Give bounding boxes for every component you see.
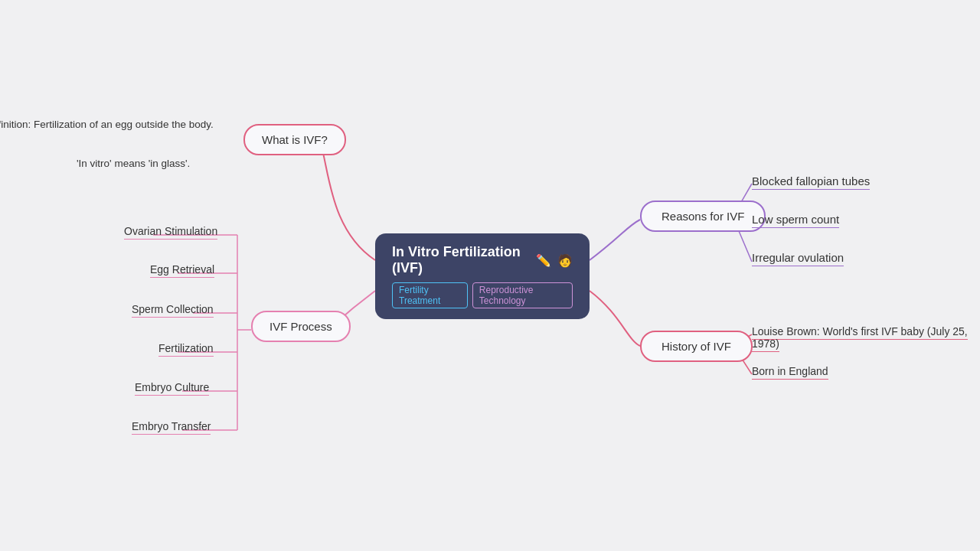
tag-fertility[interactable]: Fertility Treatment [392,282,468,308]
lowsperm-label: Low sperm count [752,213,839,228]
tag-reproductive[interactable]: Reproductive Technology [472,282,573,308]
sperm-collection-item: Sperm Collection [132,303,214,315]
definition-line2: 'In vitro' means 'in glass'. [77,158,190,169]
fertilization-item: Fertilization [158,342,214,354]
embryo-transfer-label: Embryo Transfer [132,420,211,435]
blocked-label: Blocked fallopian tubes [752,174,870,190]
person-icon: 🧑 [557,253,573,268]
ovarian-item: Ovarian Stimulation [124,225,217,237]
irregular-item: Irregular ovulation [752,251,844,264]
lowsperm-item: Low sperm count [752,213,839,226]
embryo-transfer-item: Embryo Transfer [132,420,211,432]
process-node[interactable]: IVF Process [251,311,351,342]
egg-label: Egg Retrieval [150,263,214,278]
sperm-label: Sperm Collection [132,303,214,318]
born-item: Born in England [752,365,828,377]
egg-retrieval-item: Egg Retrieval [150,263,214,276]
what-is-ivf-node[interactable]: What is IVF? [243,124,346,155]
edit-icon: ✏️ [536,253,551,268]
central-title-text: In Vitro Fertilization (IVF) [392,244,530,276]
embryo-culture-label: Embryo Culture [135,381,209,396]
louise-item: Louise Brown: World's first IVF baby (Ju… [752,325,980,350]
born-label: Born in England [752,365,828,380]
blocked-item: Blocked fallopian tubes [752,174,870,187]
central-node[interactable]: In Vitro Fertilization (IVF) ✏️ 🧑 Fertil… [375,233,590,319]
reasons-node[interactable]: Reasons for IVF [640,201,766,232]
embryo-culture-item: Embryo Culture [135,381,209,393]
definition-line1: efinition: Fertilization of an egg outsi… [0,119,214,130]
central-title: In Vitro Fertilization (IVF) ✏️ 🧑 [392,244,573,276]
irregular-label: Irregular ovulation [752,251,844,266]
fertilization-label: Fertilization [158,342,214,357]
central-tags: Fertility Treatment Reproductive Technol… [392,282,573,308]
history-node[interactable]: History of IVF [640,331,753,362]
louise-label: Louise Brown: World's first IVF baby (Ju… [752,325,968,352]
ovarian-label: Ovarian Stimulation [124,225,217,240]
